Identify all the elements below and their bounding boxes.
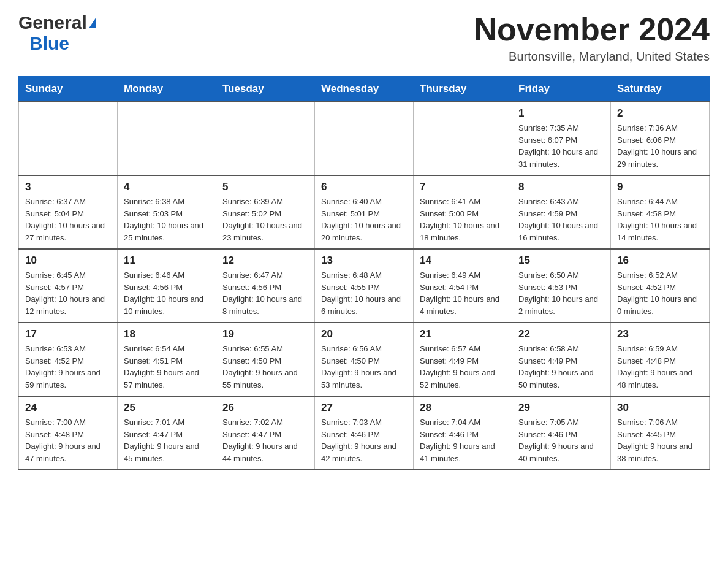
calendar-day-cell: 10Sunrise: 6:45 AMSunset: 4:57 PMDayligh… [19,249,118,323]
day-number: 14 [420,255,506,267]
calendar-day-header: Wednesday [315,77,414,102]
day-number: 3 [25,181,111,193]
day-number: 21 [420,328,506,340]
day-number: 1 [518,107,604,120]
day-info: Sunrise: 6:46 AMSunset: 4:56 PMDaylight:… [124,269,210,317]
calendar-day-cell: 25Sunrise: 7:01 AMSunset: 4:47 PMDayligh… [118,396,216,470]
day-number: 11 [124,255,210,267]
day-number: 12 [222,255,308,267]
day-info: Sunrise: 7:04 AMSunset: 4:46 PMDaylight:… [420,416,506,464]
logo-arrow-icon [89,17,96,28]
calendar-day-header: Friday [512,77,611,102]
day-number: 13 [321,255,407,267]
calendar-week-row: 1Sunrise: 7:35 AMSunset: 6:07 PMDaylight… [19,102,710,175]
calendar-day-cell: 12Sunrise: 6:47 AMSunset: 4:56 PMDayligh… [216,249,315,323]
calendar-day-cell: 2Sunrise: 7:36 AMSunset: 6:06 PMDaylight… [611,102,710,175]
day-info: Sunrise: 7:02 AMSunset: 4:47 PMDaylight:… [222,416,308,464]
day-number: 30 [617,402,703,414]
calendar-day-header: Tuesday [216,77,315,102]
day-info: Sunrise: 6:55 AMSunset: 4:50 PMDaylight:… [222,343,308,391]
calendar-day-cell [414,102,512,175]
day-info: Sunrise: 6:48 AMSunset: 4:55 PMDaylight:… [321,269,407,317]
calendar-day-cell: 9Sunrise: 6:44 AMSunset: 4:58 PMDaylight… [611,175,710,249]
day-info: Sunrise: 7:35 AMSunset: 6:07 PMDaylight:… [518,122,604,170]
day-number: 5 [222,181,308,193]
day-info: Sunrise: 6:38 AMSunset: 5:03 PMDaylight:… [124,196,210,243]
logo: General Blue [18,12,96,54]
title-section: November 2024 Burtonsville, Maryland, Un… [474,12,710,64]
day-number: 23 [617,328,703,340]
day-info: Sunrise: 6:43 AMSunset: 4:59 PMDaylight:… [518,196,604,243]
day-info: Sunrise: 6:41 AMSunset: 5:00 PMDaylight:… [420,196,506,243]
calendar-day-cell: 30Sunrise: 7:06 AMSunset: 4:45 PMDayligh… [611,396,710,470]
calendar-day-cell: 5Sunrise: 6:39 AMSunset: 5:02 PMDaylight… [216,175,315,249]
calendar-day-cell: 24Sunrise: 7:00 AMSunset: 4:48 PMDayligh… [19,396,118,470]
day-number: 27 [321,402,407,414]
day-number: 20 [321,328,407,340]
calendar-day-cell: 21Sunrise: 6:57 AMSunset: 4:49 PMDayligh… [414,323,512,396]
calendar-day-header: Saturday [611,77,710,102]
day-number: 9 [617,181,703,193]
page-header: General Blue November 2024 Burtonsville,… [18,12,710,64]
calendar-day-cell: 18Sunrise: 6:54 AMSunset: 4:51 PMDayligh… [118,323,216,396]
calendar-day-cell: 14Sunrise: 6:49 AMSunset: 4:54 PMDayligh… [414,249,512,323]
calendar-day-cell: 17Sunrise: 6:53 AMSunset: 4:52 PMDayligh… [19,323,118,396]
day-number: 28 [420,402,506,414]
day-info: Sunrise: 6:53 AMSunset: 4:52 PMDaylight:… [25,343,111,391]
calendar-day-cell: 27Sunrise: 7:03 AMSunset: 4:46 PMDayligh… [315,396,414,470]
day-number: 18 [124,328,210,340]
day-number: 7 [420,181,506,193]
day-info: Sunrise: 7:36 AMSunset: 6:06 PMDaylight:… [617,122,703,170]
calendar-day-header: Sunday [19,77,118,102]
day-info: Sunrise: 7:05 AMSunset: 4:46 PMDaylight:… [518,416,604,464]
day-number: 17 [25,328,111,340]
day-info: Sunrise: 6:49 AMSunset: 4:54 PMDaylight:… [420,269,506,317]
day-number: 6 [321,181,407,193]
day-info: Sunrise: 6:50 AMSunset: 4:53 PMDaylight:… [518,269,604,317]
location-text: Burtonsville, Maryland, United States [474,50,710,64]
calendar-week-row: 17Sunrise: 6:53 AMSunset: 4:52 PMDayligh… [19,323,710,396]
day-info: Sunrise: 6:52 AMSunset: 4:52 PMDaylight:… [617,269,703,317]
day-number: 2 [617,107,703,120]
calendar-day-cell: 6Sunrise: 6:40 AMSunset: 5:01 PMDaylight… [315,175,414,249]
calendar-day-cell: 13Sunrise: 6:48 AMSunset: 4:55 PMDayligh… [315,249,414,323]
day-info: Sunrise: 6:54 AMSunset: 4:51 PMDaylight:… [124,343,210,391]
calendar-day-cell: 15Sunrise: 6:50 AMSunset: 4:53 PMDayligh… [512,249,611,323]
logo-blue-text: Blue [29,33,96,54]
day-info: Sunrise: 7:03 AMSunset: 4:46 PMDaylight:… [321,416,407,464]
calendar-day-cell: 22Sunrise: 6:58 AMSunset: 4:49 PMDayligh… [512,323,611,396]
day-info: Sunrise: 6:40 AMSunset: 5:01 PMDaylight:… [321,196,407,243]
day-info: Sunrise: 7:00 AMSunset: 4:48 PMDaylight:… [25,416,111,464]
calendar-day-cell: 16Sunrise: 6:52 AMSunset: 4:52 PMDayligh… [611,249,710,323]
calendar-day-cell [19,102,118,175]
day-info: Sunrise: 6:58 AMSunset: 4:49 PMDaylight:… [518,343,604,391]
logo-general-text: General [18,12,87,33]
calendar-week-row: 24Sunrise: 7:00 AMSunset: 4:48 PMDayligh… [19,396,710,470]
day-info: Sunrise: 6:57 AMSunset: 4:49 PMDaylight:… [420,343,506,391]
month-title: November 2024 [474,12,710,47]
day-info: Sunrise: 6:59 AMSunset: 4:48 PMDaylight:… [617,343,703,391]
day-info: Sunrise: 6:39 AMSunset: 5:02 PMDaylight:… [222,196,308,243]
calendar-day-cell: 7Sunrise: 6:41 AMSunset: 5:00 PMDaylight… [414,175,512,249]
day-number: 29 [518,402,604,414]
calendar-day-cell [315,102,414,175]
day-number: 19 [222,328,308,340]
calendar-day-cell: 1Sunrise: 7:35 AMSunset: 6:07 PMDaylight… [512,102,611,175]
calendar-header-row: SundayMondayTuesdayWednesdayThursdayFrid… [19,77,710,102]
calendar-day-cell: 11Sunrise: 6:46 AMSunset: 4:56 PMDayligh… [118,249,216,323]
day-number: 26 [222,402,308,414]
day-info: Sunrise: 6:37 AMSunset: 5:04 PMDaylight:… [25,196,111,243]
day-info: Sunrise: 7:01 AMSunset: 4:47 PMDaylight:… [124,416,210,464]
day-number: 10 [25,255,111,267]
day-info: Sunrise: 6:47 AMSunset: 4:56 PMDaylight:… [222,269,308,317]
calendar-day-header: Monday [118,77,216,102]
day-info: Sunrise: 6:45 AMSunset: 4:57 PMDaylight:… [25,269,111,317]
day-number: 8 [518,181,604,193]
day-number: 25 [124,402,210,414]
day-info: Sunrise: 6:44 AMSunset: 4:58 PMDaylight:… [617,196,703,243]
day-number: 22 [518,328,604,340]
day-number: 4 [124,181,210,193]
day-number: 15 [518,255,604,267]
calendar-day-cell [118,102,216,175]
calendar-day-cell: 28Sunrise: 7:04 AMSunset: 4:46 PMDayligh… [414,396,512,470]
